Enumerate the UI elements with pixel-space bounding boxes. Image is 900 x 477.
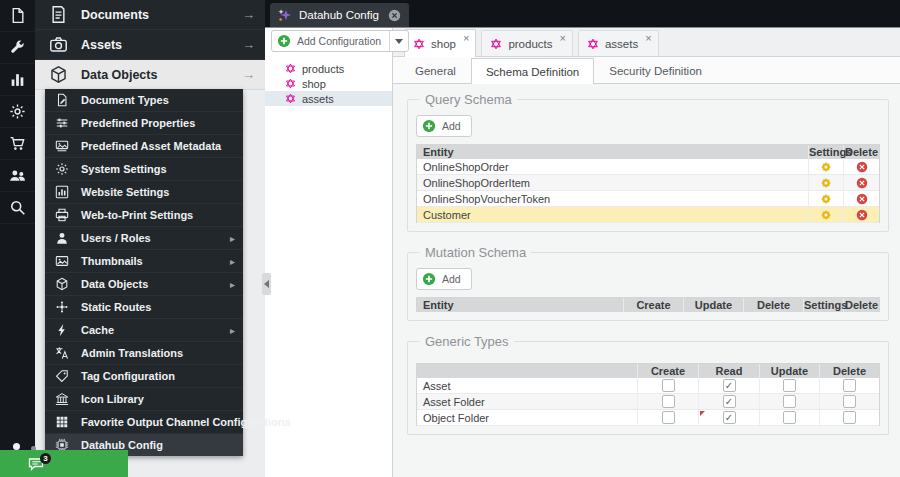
tab-assets[interactable]: assets × [578,30,659,56]
submenu-item-tag-configuration[interactable]: Tag Configuration [45,364,243,387]
schema-definition-body: Query Schema Add Entity Settings Delete … [393,84,900,435]
nav-item-assets[interactable]: Assets → [35,30,265,60]
nav-item-data-objects[interactable]: Data Objects → [35,60,265,90]
column-header-delete[interactable]: Delete [844,145,879,159]
create-checkbox[interactable] [662,395,675,408]
delete-cell [844,159,879,174]
column-header-name[interactable] [417,364,638,378]
settings-gear-icon[interactable] [820,209,832,221]
configuration-label: shop [302,78,326,90]
update-checkbox[interactable] [783,411,796,424]
tab-products[interactable]: products × [481,30,573,56]
tab-security-definition[interactable]: Security Definition [594,57,717,83]
table-row[interactable]: Asset ✓ [417,378,879,394]
delete-checkbox[interactable] [843,379,856,392]
settings-gear-icon[interactable] [820,161,832,173]
tab-shop[interactable]: shop × [404,29,476,57]
query-schema-add-button[interactable]: Add [416,115,472,137]
update-checkbox[interactable] [783,379,796,392]
create-checkbox[interactable] [662,411,675,424]
configuration-item-assets[interactable]: assets [265,91,392,106]
submenu-item-cache[interactable]: Cache [45,318,243,341]
gear-icon [55,162,69,176]
update-checkbox[interactable] [783,395,796,408]
mutation-schema-add-button[interactable]: Add [416,268,472,290]
column-header-settings[interactable]: Settings [809,145,844,159]
window-tab-datahub-config[interactable]: Datahub Config [270,3,409,27]
submenu-item-predefined-properties[interactable]: Predefined Properties [45,111,243,134]
nav-item-label: Documents [81,8,242,22]
column-header-settings[interactable]: Settings [804,298,844,312]
submenu-item-icon-library[interactable]: Icon Library [45,387,243,410]
read-checkbox[interactable]: ✓ [723,395,736,408]
submenu-item-predefined-asset-metadata[interactable]: Predefined Asset Metadata [45,134,243,157]
delete-icon[interactable] [856,161,868,173]
file-nav-button[interactable] [0,0,35,32]
table-row[interactable]: Object Folder ✓ [417,410,879,426]
submenu-item-favorite-output-channels[interactable]: Favorite Output Channel Configurations [45,410,243,433]
column-header-update[interactable]: Update [684,298,744,312]
tab-general[interactable]: General [400,57,471,83]
add-configuration-label: Add Configuration [297,35,389,47]
submenu-item-users-roles[interactable]: Users / Roles [45,226,243,249]
configuration-item-shop[interactable]: shop [265,76,392,91]
read-checkbox[interactable]: ✓ [723,411,736,424]
configuration-item-products[interactable]: products [265,61,392,76]
add-configuration-dropdown[interactable] [389,31,408,51]
delete-checkbox[interactable] [843,411,856,424]
delete-icon[interactable] [856,177,868,189]
table-row[interactable]: Asset Folder ✓ [417,394,879,410]
settings-nav-button[interactable] [0,96,35,128]
close-icon[interactable]: × [463,33,469,44]
table-row[interactable]: OnlineShopVoucherToken [417,191,879,207]
column-header-entity[interactable]: Entity [417,145,809,159]
create-checkbox[interactable] [662,379,675,392]
configurations-panel: Add Configuration products shop assets [265,27,393,477]
column-header-delete[interactable]: Delete [820,364,879,378]
chevron-left-icon [264,280,269,288]
reports-nav-button[interactable] [0,64,35,96]
submenu-item-admin-translations[interactable]: Admin Translations [45,341,243,364]
delete-icon[interactable] [856,209,868,221]
delete-checkbox[interactable] [843,395,856,408]
add-configuration-button[interactable]: Add Configuration [271,30,409,52]
close-icon[interactable] [388,9,401,22]
delete-icon[interactable] [856,193,868,205]
nav-item-documents[interactable]: Documents → [35,0,265,30]
ecommerce-nav-button[interactable] [0,128,35,160]
submenu-item-web-to-print[interactable]: Web-to-Print Settings [45,203,243,226]
column-header-update[interactable]: Update [760,364,820,378]
close-icon[interactable]: × [559,33,565,44]
submenu-item-document-types[interactable]: Document Types [45,89,243,111]
tab-schema-definition[interactable]: Schema Definition [471,58,594,84]
table-row[interactable]: OnlineShopOrder [417,159,879,175]
submenu-item-static-routes[interactable]: Static Routes [45,295,243,318]
table-row-selected[interactable]: Customer [417,207,879,223]
create-cell [638,394,699,409]
panel-collapse-handle[interactable] [262,273,271,295]
configurations-toolbar: Add Configuration [265,27,392,55]
column-header-delete[interactable]: Delete [744,298,804,312]
settings-gear-icon[interactable] [820,193,832,205]
search-nav-button[interactable] [0,192,35,224]
submenu-item-system-settings[interactable]: System Settings [45,157,243,180]
read-checkbox[interactable]: ✓ [723,379,736,392]
submenu-item-website-settings[interactable]: Website Settings [45,180,243,203]
submenu-label: Thumbnails [81,255,230,267]
tools-nav-button[interactable] [0,32,35,64]
column-header-read[interactable]: Read [699,364,760,378]
column-header-create[interactable]: Create [624,298,684,312]
column-header-entity[interactable]: Entity [417,298,624,312]
schema-subtab-bar: General Schema Definition Security Defin… [393,57,900,84]
users-nav-button[interactable] [0,160,35,192]
messages-button[interactable]: 3 [0,450,128,477]
close-icon[interactable]: × [645,33,651,44]
column-header-delete[interactable]: Delete [844,298,879,312]
submenu-item-thumbnails[interactable]: Thumbnails [45,249,243,272]
submenu-item-data-objects[interactable]: Data Objects [45,272,243,295]
settings-gear-icon[interactable] [820,177,832,189]
column-header-create[interactable]: Create [638,364,699,378]
table-row[interactable]: OnlineShopOrderItem [417,175,879,191]
create-cell [638,378,699,393]
users-icon [9,167,26,184]
